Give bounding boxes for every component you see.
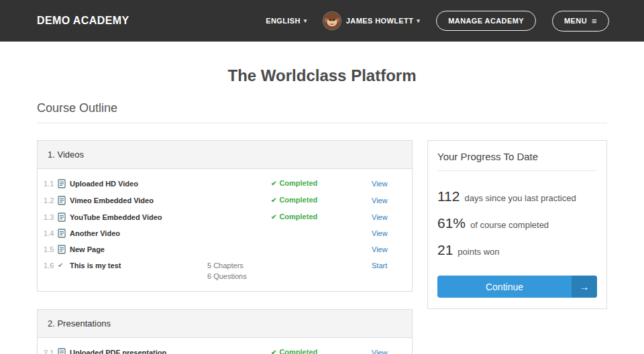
manage-academy-button[interactable]: MANAGE ACADEMY <box>436 11 536 31</box>
view-link[interactable]: View <box>372 228 404 239</box>
brand-logo[interactable]: DEMO ACADEMY <box>37 15 129 27</box>
progress-title: Your Progress To Date <box>437 151 597 162</box>
item-title: Another Video <box>70 228 207 239</box>
chevron-down-icon: ▾ <box>417 17 420 24</box>
check-icon: ✔ <box>58 260 70 271</box>
course-item-row: 1.5 New Page View <box>38 241 412 257</box>
item-status: ✔Completed <box>271 347 372 354</box>
section-presentations-card: 2. Presentations 2.1 Uploaded PDF presen… <box>37 309 413 354</box>
progress-divider <box>437 170 597 171</box>
view-link[interactable]: View <box>372 195 404 206</box>
stat-label: points won <box>458 247 499 257</box>
stat-value: 112 <box>437 188 460 204</box>
item-title: YouTube Embedded Video <box>70 212 207 223</box>
item-number: 1.1 <box>44 178 58 189</box>
completed-check-icon: ✔ <box>271 196 276 204</box>
course-item-row: 1.3 YouTube Embedded Video ✔Completed Vi… <box>38 209 412 225</box>
course-item-row: 1.6 ✔ This is my test 5 Chapters 6 Quest… <box>38 257 412 284</box>
language-label: ENGLISH <box>266 17 301 25</box>
top-navbar: DEMO ACADEMY ENGLISH ▾ JAMES HOWLET <box>0 0 644 42</box>
item-number: 1.3 <box>44 212 58 223</box>
item-title: Uploaded PDF presentation <box>70 347 207 354</box>
item-title: This is my test <box>70 260 207 271</box>
completed-check-icon: ✔ <box>271 349 276 354</box>
item-title: Uploaded HD Video <box>70 178 207 189</box>
document-icon <box>58 179 70 188</box>
item-status: ✔Completed <box>271 211 372 223</box>
start-link[interactable]: Start <box>372 260 404 271</box>
section-title: 2. Presentations <box>38 310 412 338</box>
stat-days-since-practice: 112 days since you last practiced <box>437 188 597 204</box>
course-item-row: 1.1 Uploaded HD Video ✔Completed View <box>38 175 412 192</box>
language-dropdown[interactable]: ENGLISH ▾ <box>266 17 307 25</box>
document-icon <box>58 213 70 222</box>
item-number: 1.6 <box>44 260 58 271</box>
progress-card: Your Progress To Date 112 days since you… <box>427 140 607 309</box>
view-link[interactable]: View <box>372 178 404 189</box>
completed-check-icon: ✔ <box>271 180 276 187</box>
menu-button[interactable]: MENU ≡ <box>552 11 609 32</box>
menu-label: MENU <box>564 17 587 25</box>
document-icon <box>58 196 70 205</box>
item-number: 2.1 <box>44 347 58 354</box>
item-number: 1.4 <box>44 228 58 239</box>
avatar <box>323 12 341 30</box>
item-number: 1.5 <box>44 244 58 255</box>
stat-value: 21 <box>437 242 453 258</box>
section-videos-card: 1. Videos 1.1 Uploaded HD Video ✔Complet… <box>37 140 413 292</box>
chevron-down-icon: ▾ <box>304 17 307 24</box>
completed-check-icon: ✔ <box>271 213 276 221</box>
stat-value: 61% <box>437 215 466 231</box>
page-title: The Worldclass Platform <box>0 66 644 85</box>
stat-label: days since you last practiced <box>464 193 576 203</box>
document-icon <box>58 245 70 254</box>
stat-course-completed: 61% of course completed <box>437 215 597 231</box>
stat-label: of course completed <box>470 220 549 230</box>
course-item-row: 1.4 Another Video View <box>38 225 412 241</box>
arrow-right-icon: → <box>572 276 597 298</box>
course-outline-heading: Course Outline <box>37 101 607 115</box>
manage-academy-label: MANAGE ACADEMY <box>448 17 524 25</box>
stat-points-won: 21 points won <box>437 242 597 258</box>
item-status: ✔Completed <box>271 194 372 206</box>
status-label: Completed <box>279 179 317 187</box>
meta-questions: 6 Questions <box>207 271 271 282</box>
document-icon <box>58 348 70 354</box>
user-name: JAMES HOWLETT <box>346 17 414 25</box>
view-link[interactable]: View <box>372 347 404 354</box>
status-label: Completed <box>279 213 317 221</box>
meta-chapters: 5 Chapters <box>207 260 271 271</box>
user-menu[interactable]: JAMES HOWLETT ▾ <box>323 12 420 30</box>
user-dropdown[interactable]: JAMES HOWLETT ▾ <box>346 17 420 25</box>
item-title: Vimeo Embedded Video <box>70 195 207 206</box>
view-link[interactable]: View <box>372 212 404 223</box>
item-status: ✔Completed <box>271 178 372 189</box>
continue-button[interactable]: Continue → <box>437 276 597 298</box>
document-icon <box>58 229 70 238</box>
item-meta: 5 Chapters 6 Questions <box>207 260 271 282</box>
navbar-right-group: ENGLISH ▾ JAMES HOWLETT ▾ <box>266 11 609 32</box>
progress-stats: 112 days since you last practiced 61% of… <box>437 188 597 258</box>
course-item-row: 2.1 Uploaded PDF presentation ✔Completed… <box>38 344 412 354</box>
view-link[interactable]: View <box>372 244 404 255</box>
outline-divider <box>37 123 607 123</box>
course-outline-list: 1. Videos 1.1 Uploaded HD Video ✔Complet… <box>37 140 413 354</box>
status-label: Completed <box>279 196 317 204</box>
continue-label: Continue <box>437 276 572 298</box>
hamburger-icon: ≡ <box>592 17 597 25</box>
course-item-row: 1.2 Vimeo Embedded Video ✔Completed View <box>38 192 412 209</box>
status-label: Completed <box>279 348 317 354</box>
section-title: 1. Videos <box>38 141 412 169</box>
item-title: New Page <box>70 244 207 255</box>
item-number: 1.2 <box>44 195 58 206</box>
